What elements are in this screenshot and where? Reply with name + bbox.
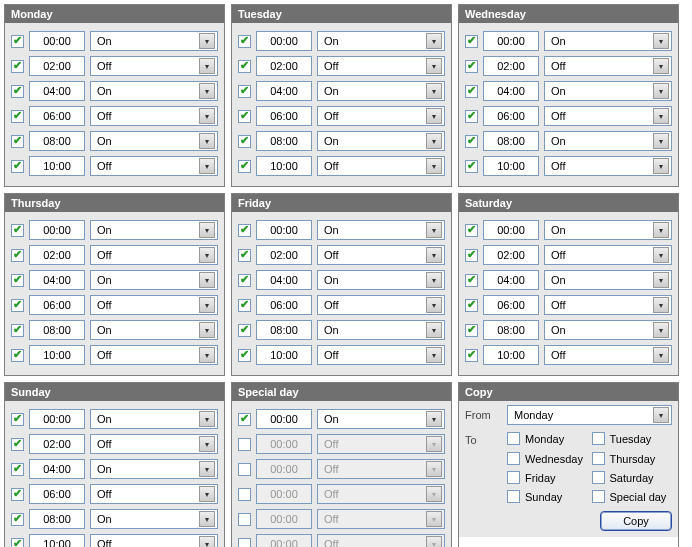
row-checkbox[interactable] <box>11 85 24 98</box>
row-checkbox[interactable] <box>238 135 251 148</box>
time-input[interactable] <box>29 56 85 76</box>
time-input[interactable] <box>29 31 85 51</box>
time-input[interactable] <box>29 345 85 365</box>
time-input[interactable] <box>483 156 539 176</box>
state-select[interactable]: Off▾ <box>317 156 445 176</box>
state-select[interactable]: Off▾ <box>544 245 672 265</box>
state-select[interactable]: On▾ <box>90 81 218 101</box>
row-checkbox[interactable] <box>11 413 24 426</box>
time-input[interactable] <box>29 106 85 126</box>
time-input[interactable] <box>483 220 539 240</box>
state-select[interactable]: Off▾ <box>544 56 672 76</box>
state-select[interactable]: Off▾ <box>90 434 218 454</box>
row-checkbox[interactable] <box>238 488 251 501</box>
row-checkbox[interactable] <box>465 249 478 262</box>
state-select[interactable]: On▾ <box>544 31 672 51</box>
copy-target-checkbox[interactable] <box>592 452 605 465</box>
time-input[interactable] <box>256 81 312 101</box>
row-checkbox[interactable] <box>465 110 478 123</box>
state-select[interactable]: Off▾ <box>317 245 445 265</box>
row-checkbox[interactable] <box>465 299 478 312</box>
time-input[interactable] <box>483 270 539 290</box>
state-select[interactable]: On▾ <box>90 270 218 290</box>
row-checkbox[interactable] <box>11 438 24 451</box>
row-checkbox[interactable] <box>238 85 251 98</box>
time-input[interactable] <box>256 220 312 240</box>
row-checkbox[interactable] <box>11 135 24 148</box>
time-input[interactable] <box>256 345 312 365</box>
row-checkbox[interactable] <box>11 349 24 362</box>
copy-target-checkbox[interactable] <box>592 490 605 503</box>
state-select[interactable]: On▾ <box>544 131 672 151</box>
copy-button[interactable]: Copy <box>600 511 672 531</box>
time-input[interactable] <box>29 220 85 240</box>
state-select[interactable]: On▾ <box>90 31 218 51</box>
time-input[interactable] <box>29 534 85 547</box>
time-input[interactable] <box>256 131 312 151</box>
row-checkbox[interactable] <box>238 413 251 426</box>
state-select[interactable]: Off▾ <box>544 106 672 126</box>
state-select[interactable]: On▾ <box>544 270 672 290</box>
row-checkbox[interactable] <box>238 324 251 337</box>
copy-target-checkbox[interactable] <box>507 490 520 503</box>
time-input[interactable] <box>256 409 312 429</box>
state-select[interactable]: Off▾ <box>544 345 672 365</box>
row-checkbox[interactable] <box>11 299 24 312</box>
time-input[interactable] <box>256 156 312 176</box>
row-checkbox[interactable] <box>11 463 24 476</box>
copy-target-checkbox[interactable] <box>592 471 605 484</box>
time-input[interactable] <box>483 245 539 265</box>
state-select[interactable]: On▾ <box>90 131 218 151</box>
state-select[interactable]: Off▾ <box>317 56 445 76</box>
state-select[interactable]: Off▾ <box>317 345 445 365</box>
state-select[interactable]: Off▾ <box>90 534 218 547</box>
state-select[interactable]: Off▾ <box>90 484 218 504</box>
time-input[interactable] <box>256 320 312 340</box>
row-checkbox[interactable] <box>238 349 251 362</box>
state-select[interactable]: On▾ <box>90 320 218 340</box>
row-checkbox[interactable] <box>11 249 24 262</box>
state-select[interactable]: Off▾ <box>317 295 445 315</box>
row-checkbox[interactable] <box>238 160 251 173</box>
state-select[interactable]: Off▾ <box>90 295 218 315</box>
state-select[interactable]: Off▾ <box>544 156 672 176</box>
row-checkbox[interactable] <box>238 35 251 48</box>
time-input[interactable] <box>29 320 85 340</box>
time-input[interactable] <box>29 131 85 151</box>
state-select[interactable]: On▾ <box>317 131 445 151</box>
row-checkbox[interactable] <box>11 160 24 173</box>
state-select[interactable]: Off▾ <box>544 295 672 315</box>
row-checkbox[interactable] <box>238 538 251 548</box>
state-select[interactable]: On▾ <box>317 320 445 340</box>
state-select[interactable]: On▾ <box>317 270 445 290</box>
row-checkbox[interactable] <box>11 538 24 548</box>
time-input[interactable] <box>256 270 312 290</box>
row-checkbox[interactable] <box>238 438 251 451</box>
state-select[interactable]: On▾ <box>317 409 445 429</box>
time-input[interactable] <box>256 245 312 265</box>
state-select[interactable]: On▾ <box>90 409 218 429</box>
state-select[interactable]: Off▾ <box>90 245 218 265</box>
time-input[interactable] <box>29 509 85 529</box>
time-input[interactable] <box>29 81 85 101</box>
state-select[interactable]: On▾ <box>317 220 445 240</box>
row-checkbox[interactable] <box>11 324 24 337</box>
time-input[interactable] <box>483 106 539 126</box>
row-checkbox[interactable] <box>465 85 478 98</box>
row-checkbox[interactable] <box>465 274 478 287</box>
state-select[interactable]: Off▾ <box>90 156 218 176</box>
time-input[interactable] <box>29 295 85 315</box>
state-select[interactable]: On▾ <box>90 459 218 479</box>
state-select[interactable]: Off▾ <box>90 56 218 76</box>
state-select[interactable]: Off▾ <box>90 106 218 126</box>
row-checkbox[interactable] <box>465 60 478 73</box>
time-input[interactable] <box>483 295 539 315</box>
state-select[interactable]: Off▾ <box>317 106 445 126</box>
row-checkbox[interactable] <box>11 513 24 526</box>
time-input[interactable] <box>29 459 85 479</box>
row-checkbox[interactable] <box>11 35 24 48</box>
row-checkbox[interactable] <box>465 324 478 337</box>
row-checkbox[interactable] <box>465 160 478 173</box>
time-input[interactable] <box>29 409 85 429</box>
row-checkbox[interactable] <box>11 110 24 123</box>
